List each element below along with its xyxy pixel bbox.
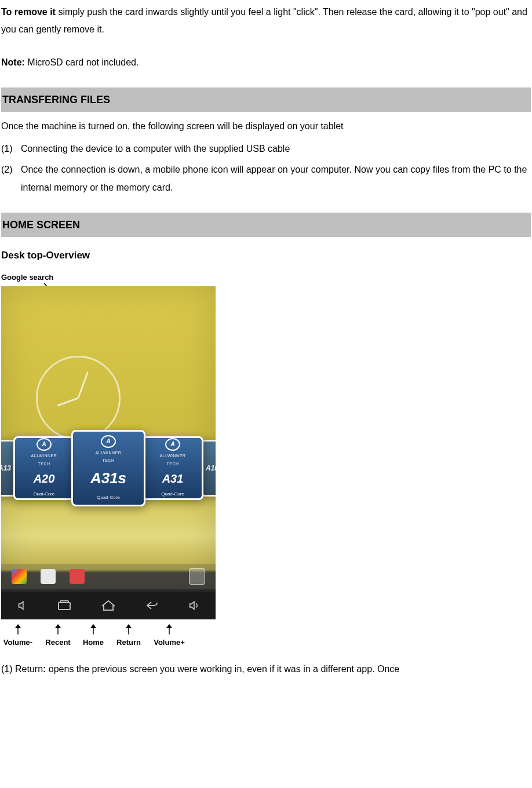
navbar-callout-labels: Volume- Recent Home Return Volume+ xyxy=(1,624,216,650)
google-search-caption: Google search xyxy=(1,271,531,285)
arrow-up-icon xyxy=(124,624,133,634)
note-text: MicroSD card not included. xyxy=(25,57,139,67)
arrow-up-icon xyxy=(13,624,23,634)
allwinner-logo-icon: A xyxy=(37,438,52,451)
chip-carousel: A13 A ALLWINNER TECH A20 Dual-Core A ALL… xyxy=(1,430,216,506)
list-number: (2) xyxy=(1,161,21,196)
allwinner-logo-icon: A xyxy=(165,438,180,451)
tablet-home-screenshot: A13 A ALLWINNER TECH A20 Dual-Core A ALL… xyxy=(1,286,216,619)
svg-marker-13 xyxy=(166,624,172,628)
svg-rect-3 xyxy=(60,601,68,603)
return-icon xyxy=(145,599,159,612)
app-icon xyxy=(70,569,85,584)
home-screen-figure: A13 A ALLWINNER TECH A20 Dual-Core A ALL… xyxy=(1,286,216,650)
home-label: Home xyxy=(83,638,104,647)
transfer-item-1: (1) Connecting the device to a computer … xyxy=(1,140,531,158)
system-navbar xyxy=(1,592,216,619)
chip-a20: A ALLWINNER TECH A20 Dual-Core xyxy=(13,436,75,500)
app-icon xyxy=(41,569,56,584)
volume-plus-label: Volume+ xyxy=(154,638,185,647)
svg-rect-2 xyxy=(59,603,70,610)
volume-down-icon xyxy=(16,599,28,612)
app-drawer-icon xyxy=(189,568,205,585)
desktop-overview-heading: Desk top-Overview xyxy=(1,246,531,265)
transfer-item-2: (2) Once the connection is down, a mobil… xyxy=(1,161,531,196)
transfer-intro: Once the machine is turned on, the follo… xyxy=(1,118,531,135)
note-bold: Note: xyxy=(1,57,25,67)
arrow-up-icon xyxy=(53,624,63,634)
section-transferring-files: TRANSFERING FILES xyxy=(1,87,531,112)
home-icon xyxy=(100,599,116,612)
chip-a31: A ALLWINNER TECH A31 Quad-Core xyxy=(142,436,203,500)
volume-up-icon xyxy=(187,599,201,612)
return-description: (1) Return: opens the previous screen yo… xyxy=(1,661,531,678)
note-paragraph: Note: MicroSD card not included. xyxy=(1,54,531,71)
recent-label: Recent xyxy=(45,638,70,647)
svg-marker-9 xyxy=(90,624,96,628)
clock-widget-icon xyxy=(36,356,121,440)
arrow-up-icon xyxy=(89,624,98,634)
chip-a31s: A ALLWINNER TECH A31s Quad-Core xyxy=(71,430,145,506)
arrow-up-icon xyxy=(165,624,174,634)
section-home-screen: HOME SCREEN xyxy=(1,213,531,237)
remove-text: simply push the card inwards slightly un… xyxy=(1,7,527,34)
remove-bold: To remove it xyxy=(1,7,56,17)
list-text: Once the connection is down, a mobile ph… xyxy=(21,161,531,196)
play-store-icon xyxy=(12,569,27,584)
return-prefix: (1) Return xyxy=(1,664,43,674)
svg-marker-5 xyxy=(15,624,21,628)
volume-minus-label: Volume- xyxy=(3,638,32,647)
app-dock xyxy=(1,564,216,589)
allwinner-logo-icon: A xyxy=(101,435,116,448)
return-rest: opens the previous screen you were worki… xyxy=(46,664,399,674)
svg-marker-7 xyxy=(55,624,61,628)
list-text: Connecting the device to a computer with… xyxy=(21,140,531,158)
remove-paragraph: To remove it simply push the card inward… xyxy=(1,3,531,39)
svg-marker-11 xyxy=(126,624,132,628)
return-label: Return xyxy=(116,638,141,647)
recent-apps-icon xyxy=(57,599,72,612)
list-number: (1) xyxy=(1,140,21,158)
